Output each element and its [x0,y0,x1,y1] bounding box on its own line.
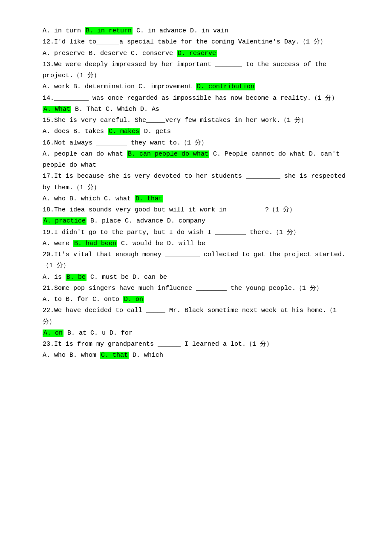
q18-options: A. practice B. place C. advance D. compa… [43,216,349,227]
q19-options: A. were B. had been C. would be D. will … [43,238,349,249]
q18-opt-a-highlight: A. practice [43,217,86,225]
q17-text: 17.It is because she is very devoted to … [43,171,349,194]
q13-options: A. work B. determination C. improvement … [43,81,349,92]
option-cd-label: C. in advance D. in vain [133,27,228,35]
q12-text: 12.I'd like to______a special table for … [43,37,349,48]
q13-opt-d-highlight: D. contribution [196,83,255,90]
q19-opt-cd: C. would be D. will be [117,240,205,247]
q20-text: 20.It's vital that enough money ________… [43,249,349,272]
option-a-label: A. in turn [43,27,85,35]
q16-opt-a: A. people can do what [43,150,127,158]
q16-options: A. people can do what B. can people do w… [43,149,349,171]
q14-opt-bcd: B. That C. Which D. As [71,106,159,113]
q13-opt-abc: A. work B. determination C. improvement [43,83,196,90]
q15-opt-c-highlight: C. makes [108,128,140,135]
q12-options: A. preserve B. deserve C. conserve D. re… [43,48,349,59]
q20-opt-cd: C. must be D. can be [86,274,167,281]
q12-opt-abc: A. preserve B. deserve C. conserve [43,50,177,57]
q22-opt-bcd: B. at C. u D. for [63,330,133,337]
q14-text: 14._________ was once regarded as imposs… [43,93,349,104]
q22-options: A. on B. at C. u D. for [43,328,349,339]
q21-opt-d-highlight: D. on [123,296,144,303]
q15-opt-ab: A. does B. takes [43,128,108,135]
q23-opt-c-highlight: C. that [100,352,129,359]
q16-opt-b-highlight: B. can people do what [127,150,209,158]
q17-opt-abc: A. who B. which C. what [43,195,135,202]
q15-options: A. does B. takes C. makes D. gets [43,126,349,137]
q20-opt-b-highlight: B. be [66,274,86,281]
q14-options: A. What B. That C. Which D. As [43,104,349,115]
q21-options: A. to B. for C. onto D. on [43,294,349,305]
q12-opt-d-highlight: D. reserve [177,50,217,57]
q23-opt-ab: A. who B. whom [43,352,100,359]
q23-opt-d: D. which [129,352,163,359]
q16-text: 16.Not always ________ they want to.（1 分… [43,138,349,149]
q11-options-line: A. in turn B. in return C. in advance D.… [43,26,349,37]
q13-text: 13.We were deeply impressed by her impor… [43,59,349,82]
q17-options: A. who B. which C. what D. that [43,194,349,205]
q20-options: A. is B. be C. must be D. can be [43,272,349,283]
q22-opt-a-highlight: A. on [43,330,63,337]
q18-text: 18.The idea sounds very good but will it… [43,205,349,216]
q18-opt-bcd: B. place C. advance D. company [86,217,205,225]
q14-opt-a-highlight: A. What [43,106,71,113]
q23-options: A. who B. whom C. that D. which [43,350,349,361]
q19-text: 19.I didn't go to the party, but I do wi… [43,227,349,238]
q23-text: 23.It is from my grandparents ______ I l… [43,339,349,350]
option-b-highlight: B. in return [85,27,133,35]
main-content: A. in turn B. in return C. in advance D.… [43,26,349,361]
q17-opt-d-highlight: D. that [135,195,163,202]
q20-opt-a: A. is [43,274,66,281]
q22-text: 22.We have decided to call _____ Mr. Bla… [43,305,349,328]
q15-text: 15.She is very careful. She_____very few… [43,115,349,126]
q21-opt-abc: A. to B. for C. onto [43,296,123,303]
q19-opt-a: A. were [43,240,73,247]
q21-text: 21.Some pop singers have much influence … [43,283,349,294]
q19-opt-b-highlight: B. had been [73,240,117,247]
q15-opt-d: D. gets [140,128,171,135]
